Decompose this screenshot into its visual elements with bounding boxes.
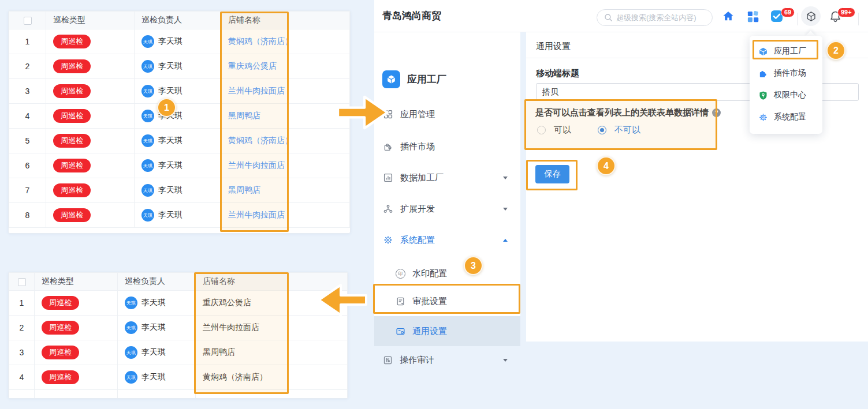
sidebar-item-general-settings[interactable]: 通用设置: [374, 316, 520, 346]
search-icon: [604, 13, 613, 22]
step-badge-1: 1: [157, 98, 176, 117]
dropdown-item-permission-center[interactable]: 权限中心: [750, 84, 822, 106]
row-index: 2: [9, 54, 46, 79]
dropdown-item-app-factory[interactable]: 应用工厂: [750, 40, 822, 62]
divider: [797, 13, 798, 25]
inspector-name: 李天琪: [141, 347, 166, 358]
approval-doc-icon: [396, 297, 405, 306]
inspector-cell: 天琪李天琪: [135, 203, 221, 228]
inspector-name: 李天琪: [141, 298, 166, 308]
table-row: 8周巡检天琪李天琪兰州牛肉拉面店: [9, 203, 350, 228]
store-name[interactable]: 黑周鸭店: [221, 178, 350, 203]
inspector-cell: 天琪李天琪: [135, 104, 221, 129]
avatar: 天琪: [141, 134, 154, 147]
watermark-icon: 印: [396, 269, 405, 279]
sidebar-item-operation-audit[interactable]: 操作审计: [374, 348, 520, 372]
radio-yes[interactable]: [537, 126, 546, 134]
chevron-down-icon: [503, 177, 508, 179]
table-row: 4周巡检天琪李天琪黄焖鸡（济南店）: [9, 365, 348, 390]
row-index: 2: [9, 316, 35, 340]
store-name[interactable]: 黄焖鸡（济南店）: [221, 129, 350, 153]
puzzle-icon: [383, 141, 393, 152]
row-index: 7: [9, 178, 46, 203]
inspection-table-2: 巡检类型 巡检负责人 店铺名称 1周巡检天琪李天琪重庆鸡公煲店2周巡检天琪李天琪…: [8, 272, 348, 399]
sidebar-item-extension-dev[interactable]: 扩展开发: [374, 197, 520, 220]
network-icon: [383, 204, 393, 214]
inspection-type-cell: 周巡检: [46, 29, 135, 54]
sidebar-item-label: 数据加工厂: [400, 172, 444, 183]
dropdown-item-label: 插件市场: [774, 68, 806, 78]
inspector-cell: 天琪李天琪: [118, 365, 196, 390]
table-row: 3周巡检天琪李天琪黑周鸭店: [9, 340, 348, 365]
inspection-type-cell: 周巡检: [46, 178, 135, 203]
inspection-type-badge: 周巡检: [42, 296, 79, 310]
audit-sliders-icon: [383, 355, 393, 365]
select-all-checkbox[interactable]: [18, 278, 26, 286]
save-button[interactable]: 保存: [535, 165, 569, 183]
apps-grid-icon[interactable]: [743, 0, 762, 32]
avatar: 天琪: [141, 159, 154, 172]
sidebar-item-system-config[interactable]: 系统配置: [374, 228, 520, 252]
bar-chart-icon: [383, 172, 393, 183]
select-all-checkbox[interactable]: [24, 17, 32, 25]
app-factory-header: 应用工厂: [382, 70, 446, 88]
row-index: 4: [9, 365, 35, 390]
arrow-left-icon: [311, 280, 374, 320]
general-settings-icon: [396, 327, 405, 336]
inspector-cell: 天琪李天琪: [135, 79, 221, 104]
store-name[interactable]: 兰州牛肉拉面店: [221, 153, 350, 178]
inspection-type-cell: 周巡检: [35, 316, 118, 340]
sidebar-item-plugin-market[interactable]: 插件市场: [374, 135, 520, 158]
sidebar-item-label: 插件市场: [400, 141, 435, 152]
workspace-dropdown: 应用工厂 插件市场 权限中心 系统配置: [750, 36, 822, 134]
sidebar-item-app-management[interactable]: 应用管理: [374, 103, 520, 126]
home-icon[interactable]: [718, 0, 738, 32]
sidebar-item-data-factory[interactable]: 数据加工厂: [374, 166, 520, 189]
inspection-type-badge: 周巡检: [53, 159, 91, 172]
radio-no-label[interactable]: 不可以: [614, 125, 640, 136]
table-row: 3周巡检天琪李天琪兰州牛肉拉面店: [9, 79, 350, 104]
row-index: 3: [9, 79, 46, 104]
divider: [858, 13, 859, 25]
inspector-cell: 天琪李天琪: [135, 153, 221, 178]
chevron-up-icon: [503, 239, 508, 242]
inspection-type-cell: 周巡检: [35, 340, 118, 365]
inspector-cell: 天琪李天琪: [118, 316, 196, 340]
cube-icon: [758, 47, 768, 57]
gear-icon: [383, 235, 393, 245]
arrow-right-icon: [337, 92, 389, 133]
sidebar-item-watermark-config[interactable]: 印 水印配置: [374, 262, 520, 285]
sidebar-item-approval-settings[interactable]: 审批设置: [374, 290, 520, 313]
row-index: 6: [9, 153, 46, 178]
row-index: 4: [9, 104, 46, 129]
app-factory-trigger-icon[interactable]: [801, 0, 821, 32]
avatar: 天琪: [125, 297, 137, 309]
dropdown-item-system-config[interactable]: 系统配置: [750, 106, 822, 128]
radio-no[interactable]: [598, 126, 606, 134]
column-header: 巡检负责人: [118, 273, 196, 291]
column-header: 巡检类型: [35, 273, 118, 291]
inspection-type-badge: 周巡检: [53, 183, 91, 197]
section-title: 通用设置: [536, 41, 571, 52]
table-row: 2周巡检天琪李天琪兰州牛肉拉面店: [9, 316, 348, 340]
dropdown-item-plugin-market[interactable]: 插件市场: [750, 62, 822, 84]
sidebar-item-label: 扩展开发: [400, 204, 435, 215]
table-header-row: 巡检类型 巡检负责人 店铺名称: [9, 273, 348, 291]
help-icon[interactable]: ?: [712, 108, 721, 117]
inspection-type-cell: 周巡检: [46, 203, 135, 228]
radio-yes-label[interactable]: 可以: [554, 125, 571, 136]
search-input[interactable]: 超级搜索(搜索全站内容): [597, 9, 713, 26]
store-name[interactable]: 兰州牛肉拉面店: [221, 203, 350, 228]
step-badge-3: 3: [464, 256, 483, 275]
avatar: 天琪: [141, 35, 154, 48]
store-name[interactable]: 兰州牛肉拉面店: [221, 79, 350, 104]
store-name[interactable]: 黄焖鸡（济南店）: [221, 29, 350, 54]
store-name[interactable]: 黑周鸭店: [221, 104, 350, 129]
inspection-type-cell: 周巡检: [35, 291, 118, 316]
store-name[interactable]: 重庆鸡公煲店: [221, 54, 350, 79]
company-title: 青岛鸿尚商贸: [382, 0, 441, 32]
inspection-type-badge: 周巡检: [53, 134, 91, 148]
shield-key-icon: [758, 91, 768, 100]
inspector-name: 李天琪: [158, 36, 182, 47]
table-row: 7周巡检天琪李天琪黑周鸭店: [9, 178, 350, 203]
